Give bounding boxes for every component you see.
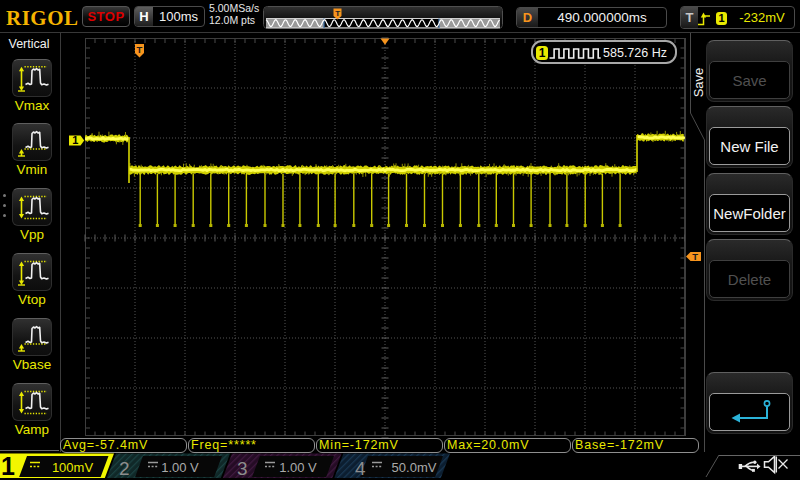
svg-text:T: T <box>335 9 340 18</box>
svg-text:1: 1 <box>72 134 78 146</box>
svg-text:T: T <box>136 44 142 55</box>
svg-text:T: T <box>692 251 698 262</box>
